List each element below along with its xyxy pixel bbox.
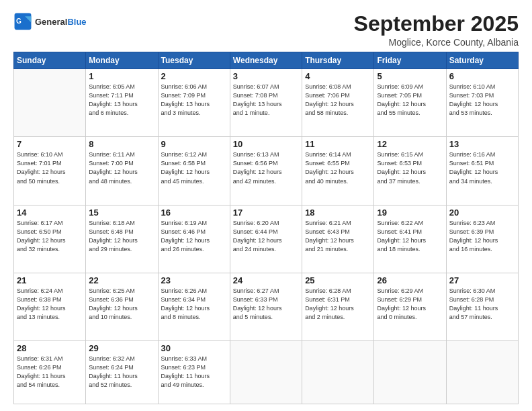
day-number: 22 bbox=[89, 275, 154, 285]
logo: G GeneralBlue bbox=[13, 12, 87, 31]
day-info: Sunrise: 6:11 AM Sunset: 7:00 PM Dayligh… bbox=[89, 150, 154, 185]
day-info: Sunrise: 6:30 AM Sunset: 6:28 PM Dayligh… bbox=[449, 287, 515, 322]
table-row: 21Sunrise: 6:24 AM Sunset: 6:38 PM Dayli… bbox=[14, 273, 86, 340]
table-row: 11Sunrise: 6:14 AM Sunset: 6:55 PM Dayli… bbox=[302, 137, 374, 205]
table-row: 6Sunrise: 6:10 AM Sunset: 7:03 PM Daylig… bbox=[446, 69, 518, 137]
day-info: Sunrise: 6:05 AM Sunset: 7:11 PM Dayligh… bbox=[89, 83, 154, 118]
day-info: Sunrise: 6:16 AM Sunset: 6:51 PM Dayligh… bbox=[449, 150, 515, 185]
col-thursday: Thursday bbox=[302, 52, 374, 69]
day-number: 17 bbox=[233, 208, 299, 218]
table-row: 23Sunrise: 6:26 AM Sunset: 6:34 PM Dayli… bbox=[158, 273, 230, 340]
table-row: 16Sunrise: 6:19 AM Sunset: 6:46 PM Dayli… bbox=[158, 205, 230, 273]
logo-icon: G bbox=[13, 12, 32, 31]
day-number: 3 bbox=[233, 71, 299, 81]
day-number: 9 bbox=[161, 139, 227, 149]
table-row: 28Sunrise: 6:31 AM Sunset: 6:26 PM Dayli… bbox=[14, 340, 86, 404]
col-sunday: Sunday bbox=[14, 52, 86, 69]
day-info: Sunrise: 6:06 AM Sunset: 7:09 PM Dayligh… bbox=[161, 83, 227, 118]
day-info: Sunrise: 6:33 AM Sunset: 6:23 PM Dayligh… bbox=[161, 355, 227, 390]
day-number: 4 bbox=[305, 71, 371, 81]
table-row: 8Sunrise: 6:11 AM Sunset: 7:00 PM Daylig… bbox=[86, 137, 158, 205]
day-info: Sunrise: 6:08 AM Sunset: 7:06 PM Dayligh… bbox=[305, 83, 371, 118]
table-row bbox=[446, 340, 518, 404]
day-number: 23 bbox=[161, 275, 227, 285]
day-info: Sunrise: 6:18 AM Sunset: 6:48 PM Dayligh… bbox=[89, 219, 154, 254]
day-number: 16 bbox=[161, 208, 227, 218]
month-title: September 2025 bbox=[354, 12, 519, 36]
day-number: 6 bbox=[449, 71, 515, 81]
table-row: 13Sunrise: 6:16 AM Sunset: 6:51 PM Dayli… bbox=[446, 137, 518, 205]
day-info: Sunrise: 6:13 AM Sunset: 6:56 PM Dayligh… bbox=[233, 150, 299, 185]
table-row: 4Sunrise: 6:08 AM Sunset: 7:06 PM Daylig… bbox=[302, 69, 374, 137]
col-saturday: Saturday bbox=[446, 52, 518, 69]
location-subtitle: Moglice, Korce County, Albania bbox=[354, 37, 519, 48]
day-info: Sunrise: 6:27 AM Sunset: 6:33 PM Dayligh… bbox=[233, 287, 299, 322]
table-row bbox=[14, 69, 86, 137]
day-number: 27 bbox=[449, 275, 515, 285]
day-info: Sunrise: 6:32 AM Sunset: 6:24 PM Dayligh… bbox=[89, 355, 154, 390]
col-wednesday: Wednesday bbox=[230, 52, 302, 69]
day-info: Sunrise: 6:28 AM Sunset: 6:31 PM Dayligh… bbox=[305, 287, 371, 322]
day-number: 28 bbox=[17, 343, 83, 353]
day-info: Sunrise: 6:25 AM Sunset: 6:36 PM Dayligh… bbox=[89, 287, 154, 322]
table-row: 1Sunrise: 6:05 AM Sunset: 7:11 PM Daylig… bbox=[86, 69, 158, 137]
day-number: 30 bbox=[161, 343, 227, 353]
day-number: 20 bbox=[449, 208, 515, 218]
table-row: 27Sunrise: 6:30 AM Sunset: 6:28 PM Dayli… bbox=[446, 273, 518, 340]
day-info: Sunrise: 6:09 AM Sunset: 7:05 PM Dayligh… bbox=[377, 83, 443, 118]
day-info: Sunrise: 6:12 AM Sunset: 6:58 PM Dayligh… bbox=[161, 150, 227, 185]
day-info: Sunrise: 6:24 AM Sunset: 6:38 PM Dayligh… bbox=[17, 287, 83, 322]
day-info: Sunrise: 6:15 AM Sunset: 6:53 PM Dayligh… bbox=[377, 150, 443, 185]
table-row bbox=[302, 340, 374, 404]
day-number: 11 bbox=[305, 139, 371, 149]
table-row: 14Sunrise: 6:17 AM Sunset: 6:50 PM Dayli… bbox=[14, 205, 86, 273]
day-number: 29 bbox=[89, 343, 154, 353]
day-info: Sunrise: 6:19 AM Sunset: 6:46 PM Dayligh… bbox=[161, 219, 227, 254]
day-number: 5 bbox=[377, 71, 443, 81]
day-number: 18 bbox=[305, 208, 371, 218]
day-number: 1 bbox=[89, 71, 154, 81]
table-row: 18Sunrise: 6:21 AM Sunset: 6:43 PM Dayli… bbox=[302, 205, 374, 273]
table-row: 20Sunrise: 6:23 AM Sunset: 6:39 PM Dayli… bbox=[446, 205, 518, 273]
day-number: 24 bbox=[233, 275, 299, 285]
day-number: 21 bbox=[17, 275, 83, 285]
day-number: 10 bbox=[233, 139, 299, 149]
calendar-table: Sunday Monday Tuesday Wednesday Thursday… bbox=[13, 52, 519, 404]
calendar-header-row: Sunday Monday Tuesday Wednesday Thursday… bbox=[14, 52, 519, 69]
table-row bbox=[230, 340, 302, 404]
day-number: 26 bbox=[377, 275, 443, 285]
day-info: Sunrise: 6:26 AM Sunset: 6:34 PM Dayligh… bbox=[161, 287, 227, 322]
day-info: Sunrise: 6:07 AM Sunset: 7:08 PM Dayligh… bbox=[233, 83, 299, 118]
day-info: Sunrise: 6:22 AM Sunset: 6:41 PM Dayligh… bbox=[377, 219, 443, 254]
table-row: 9Sunrise: 6:12 AM Sunset: 6:58 PM Daylig… bbox=[158, 137, 230, 205]
day-number: 8 bbox=[89, 139, 154, 149]
table-row: 12Sunrise: 6:15 AM Sunset: 6:53 PM Dayli… bbox=[374, 137, 446, 205]
table-row: 3Sunrise: 6:07 AM Sunset: 7:08 PM Daylig… bbox=[230, 69, 302, 137]
table-row: 24Sunrise: 6:27 AM Sunset: 6:33 PM Dayli… bbox=[230, 273, 302, 340]
table-row: 15Sunrise: 6:18 AM Sunset: 6:48 PM Dayli… bbox=[86, 205, 158, 273]
table-row: 26Sunrise: 6:29 AM Sunset: 6:29 PM Dayli… bbox=[374, 273, 446, 340]
day-number: 14 bbox=[17, 208, 83, 218]
table-row: 29Sunrise: 6:32 AM Sunset: 6:24 PM Dayli… bbox=[86, 340, 158, 404]
table-row bbox=[374, 340, 446, 404]
col-tuesday: Tuesday bbox=[158, 52, 230, 69]
table-row: 10Sunrise: 6:13 AM Sunset: 6:56 PM Dayli… bbox=[230, 137, 302, 205]
logo-text: GeneralBlue bbox=[35, 17, 87, 27]
title-block: September 2025 Moglice, Korce County, Al… bbox=[354, 12, 519, 48]
calendar-page: G GeneralBlue September 2025 Moglice, Ko… bbox=[0, 0, 532, 411]
day-number: 13 bbox=[449, 139, 515, 149]
day-info: Sunrise: 6:10 AM Sunset: 7:03 PM Dayligh… bbox=[449, 83, 515, 118]
table-row: 5Sunrise: 6:09 AM Sunset: 7:05 PM Daylig… bbox=[374, 69, 446, 137]
table-row: 25Sunrise: 6:28 AM Sunset: 6:31 PM Dayli… bbox=[302, 273, 374, 340]
day-info: Sunrise: 6:17 AM Sunset: 6:50 PM Dayligh… bbox=[17, 219, 83, 254]
day-number: 12 bbox=[377, 139, 443, 149]
day-info: Sunrise: 6:21 AM Sunset: 6:43 PM Dayligh… bbox=[305, 219, 371, 254]
day-number: 7 bbox=[17, 139, 83, 149]
day-info: Sunrise: 6:20 AM Sunset: 6:44 PM Dayligh… bbox=[233, 219, 299, 254]
svg-text:G: G bbox=[16, 17, 21, 25]
col-monday: Monday bbox=[86, 52, 158, 69]
day-info: Sunrise: 6:14 AM Sunset: 6:55 PM Dayligh… bbox=[305, 150, 371, 185]
day-info: Sunrise: 6:10 AM Sunset: 7:01 PM Dayligh… bbox=[17, 150, 83, 185]
table-row: 19Sunrise: 6:22 AM Sunset: 6:41 PM Dayli… bbox=[374, 205, 446, 273]
table-row: 17Sunrise: 6:20 AM Sunset: 6:44 PM Dayli… bbox=[230, 205, 302, 273]
